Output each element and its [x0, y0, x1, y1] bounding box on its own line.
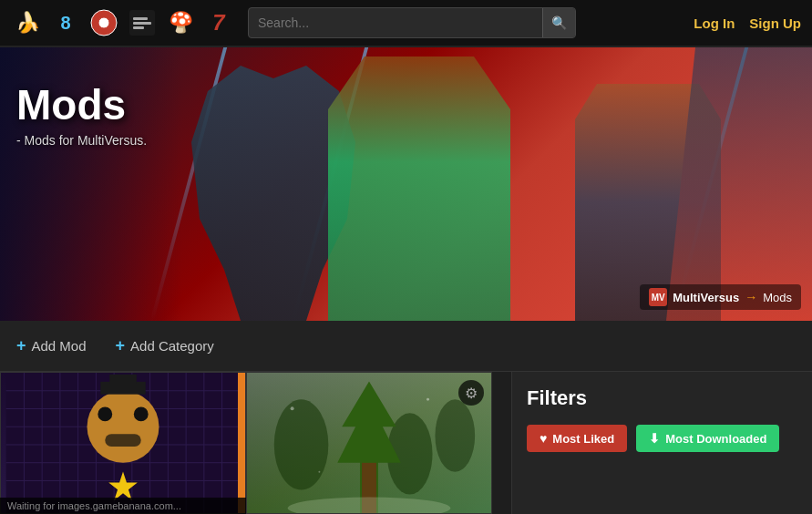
heart-icon: ♥: [540, 431, 547, 446]
mod-card-1[interactable]: [0, 372, 246, 514]
breadcrumb: MV MultiVersus → Mods: [640, 284, 801, 310]
svg-rect-5: [133, 26, 144, 29]
pixel-art-decoration: [1, 373, 245, 513]
hero-subtitle: - Mods for MultiVersus.: [16, 133, 147, 148]
svg-rect-30: [100, 382, 145, 395]
most-liked-filter-button[interactable]: ♥ Most Liked: [527, 425, 627, 452]
svg-rect-26: [87, 391, 159, 463]
hero-title-block: Mods - Mods for MultiVersus.: [16, 84, 147, 148]
page-title: Mods: [16, 84, 147, 126]
filters-panel: Filters ♥ Most Liked ⬇ Most Downloaded: [511, 372, 812, 514]
login-link[interactable]: Log In: [694, 15, 735, 31]
svg-rect-3: [133, 17, 148, 20]
game-icon-loop8[interactable]: 8: [49, 6, 82, 39]
toolbar: + Add Mod + Add Category: [0, 321, 812, 372]
add-category-icon: +: [116, 336, 126, 355]
game-icon-mario[interactable]: 🍄: [164, 6, 197, 39]
svg-rect-28: [134, 407, 149, 422]
svg-point-1: [98, 17, 109, 28]
svg-rect-31: [109, 375, 137, 384]
signup-link[interactable]: Sign Up: [749, 15, 801, 31]
card-accent-bar: [238, 373, 245, 513]
main-content: ⚙ Waiting for images.gamebanana.com... F…: [0, 372, 812, 514]
add-mod-icon: +: [16, 336, 26, 355]
search-icon: 🔍: [551, 15, 567, 30]
svg-point-35: [274, 399, 329, 489]
game-icon-seven[interactable]: 7: [202, 6, 235, 39]
game-icon-smash[interactable]: [87, 6, 120, 39]
hero-banner: Mods - Mods for MultiVersus. MV MultiVer…: [0, 47, 812, 321]
most-downloaded-label: Most Downloaded: [665, 432, 766, 446]
mod-card-bg-2: ⚙: [247, 373, 491, 513]
svg-rect-4: [133, 22, 151, 25]
svg-rect-29: [105, 434, 140, 447]
card-settings-button[interactable]: ⚙: [458, 380, 484, 406]
mod-card-2[interactable]: ⚙: [246, 372, 492, 514]
top-navigation: 🍌 8 🍄 7 🔍 Log In Sign Up: [0, 0, 812, 47]
breadcrumb-game-name[interactable]: MultiVersus: [673, 291, 739, 304]
add-mod-label: Add Mod: [32, 338, 87, 354]
svg-point-42: [427, 398, 429, 401]
search-bar: 🔍: [248, 7, 576, 38]
breadcrumb-current-page: Mods: [763, 291, 792, 304]
most-liked-label: Most Liked: [552, 432, 614, 446]
pixel-grid-svg: [5, 373, 242, 513]
search-input[interactable]: [249, 7, 542, 38]
add-category-button[interactable]: + Add Category: [114, 331, 216, 361]
auth-links: Log In Sign Up: [694, 15, 801, 31]
search-button[interactable]: 🔍: [542, 7, 575, 38]
svg-point-43: [318, 471, 320, 473]
game-icon-csgo[interactable]: [126, 6, 159, 39]
filters-title: Filters: [527, 386, 797, 410]
add-category-label: Add Category: [130, 338, 214, 354]
game-icon-banana[interactable]: 🍌: [11, 6, 44, 39]
green-character: [328, 57, 510, 321]
breadcrumb-arrow-icon: →: [745, 290, 757, 304]
add-mod-button[interactable]: + Add Mod: [15, 331, 88, 361]
most-downloaded-filter-button[interactable]: ⬇ Most Downloaded: [636, 425, 779, 452]
svg-point-41: [291, 406, 294, 410]
forest-svg: [247, 372, 491, 514]
filter-buttons: ♥ Most Liked ⬇ Most Downloaded: [527, 425, 797, 452]
mods-grid: ⚙ Waiting for images.gamebanana.com...: [0, 372, 511, 514]
breadcrumb-game-icon: MV: [649, 288, 667, 306]
svg-point-37: [435, 399, 475, 471]
svg-rect-27: [98, 407, 112, 422]
download-icon: ⬇: [649, 431, 660, 446]
mod-card-bg-1: [1, 373, 245, 513]
status-text: Waiting for images.gamebanana.com...: [7, 500, 181, 511]
status-bar: Waiting for images.gamebanana.com...: [0, 498, 246, 514]
